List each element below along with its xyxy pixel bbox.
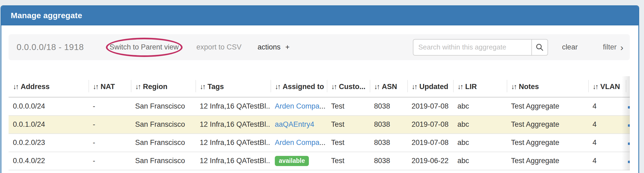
cell-notes: Test Aggregate (507, 134, 588, 152)
cell-customer: Test (327, 116, 370, 134)
column-header-assigned-to[interactable]: ↓↑Assigned to (271, 76, 327, 97)
clipped-link-fragment (628, 161, 630, 163)
cell-clipped (626, 152, 630, 170)
cell-notes: Test Aggregate (507, 152, 588, 170)
cell-nat: - (88, 152, 131, 170)
column-label: VLAN (600, 83, 620, 91)
cell-region: San Franscisco (131, 134, 195, 152)
column-label: ASN (382, 83, 397, 91)
cell-region: San Franscisco (131, 116, 195, 134)
assigned-to-link[interactable]: aaQAEntry4 (275, 120, 314, 128)
column-header-lir[interactable]: ↓↑LIR (453, 76, 507, 97)
search-input[interactable] (413, 39, 531, 56)
column-header-region[interactable]: ↓↑Region (131, 76, 195, 97)
clipped-link-fragment (628, 106, 630, 109)
cell-lir: abc (453, 116, 507, 134)
cell-notes: Test Aggregate (507, 116, 588, 134)
column-header-notes[interactable]: ↓↑Notes (507, 76, 588, 97)
table-row: 0.0.2.0/23-San Franscisco12 Infra,16 QAT… (9, 134, 630, 152)
column-header-address[interactable]: ↓↑Address (9, 76, 88, 97)
page-title: Manage aggregate (11, 11, 82, 20)
column-label: Assigned to (283, 83, 324, 91)
cell-vlan: 4 (588, 116, 626, 134)
switch-parent-view-wrap: Switch to Parent view (101, 43, 187, 51)
column-label: Updated (419, 83, 448, 91)
cell-vlan: 4 (588, 134, 626, 152)
search-icon (535, 43, 544, 52)
sort-icon: ↓↑ (93, 83, 98, 91)
column-header-asn[interactable]: ↓↑ASN (370, 76, 407, 97)
table-row: 0.0.4.0/22-San Franscisco12 Infra,16 QAT… (9, 152, 630, 170)
column-label: Custo... (339, 83, 365, 91)
aggregate-toolbar: 0.0.0.0/18 - 1918 Switch to Parent view … (9, 34, 630, 60)
clipped-link-fragment (628, 124, 630, 127)
aggregate-table: ↓↑Address↓↑NAT↓↑Region↓↑Tags↓↑Assigned t… (9, 76, 630, 170)
filter-button[interactable]: filter › (603, 43, 623, 52)
cell-updated: 2019-07-08 (407, 134, 453, 152)
export-to-csv-link[interactable]: export to CSV (197, 43, 242, 51)
actions-label: actions (258, 43, 281, 51)
cell-tags: 12 Infra,16 QATestBl... (195, 116, 271, 134)
cell-address: 0.0.1.0/24 (9, 116, 88, 134)
column-header-tags[interactable]: ↓↑Tags (195, 76, 271, 97)
cell-clipped (626, 97, 630, 116)
aggregate-range-label: 0.0.0.0/18 - 1918 (17, 42, 84, 52)
column-header-nat[interactable]: ↓↑NAT (88, 76, 131, 97)
cell-asn: 8038 (370, 116, 407, 134)
sort-icon: ↓↑ (412, 83, 417, 91)
assigned-to-link[interactable]: Arden Compa (275, 139, 320, 147)
cell-updated: 2019-07-08 (407, 97, 453, 116)
column-label: LIR (465, 83, 477, 91)
cell-address: 0.0.0.0/24 (9, 97, 88, 116)
column-header-updated[interactable]: ↓↑Updated (407, 76, 453, 97)
cell-address: 0.0.2.0/23 (9, 134, 88, 152)
sort-icon: ↓↑ (13, 83, 18, 91)
cell-lir: abc (453, 97, 507, 116)
cell-updated: 2019-07-08 (407, 116, 453, 134)
switch-to-parent-view-link[interactable]: Switch to Parent view (109, 43, 179, 51)
truncation-ellipsis: ... (320, 102, 326, 110)
manage-aggregate-panel: Manage aggregate 0.0.0.0/18 - 1918 Switc… (1, 5, 639, 173)
truncation-ellipsis: ... (320, 139, 326, 147)
table-row: 0.0.0.0/24-San Franscisco12 Infra,16 QAT… (9, 97, 630, 116)
panel-header: Manage aggregate (1, 6, 638, 25)
cell-lir: abc (453, 152, 507, 170)
cell-tags: 12 Infra,16 QATestBl... (195, 97, 271, 116)
sort-icon: ↓↑ (275, 83, 280, 91)
column-header-vlan[interactable]: ↓↑VLAN (588, 76, 626, 97)
cell-customer: Test (327, 97, 370, 116)
cell-assigned-to: Arden Compa... (271, 97, 327, 116)
cell-asn: 8038 (370, 134, 407, 152)
cell-clipped (626, 116, 630, 134)
cell-address: 0.0.4.0/22 (9, 152, 88, 170)
cell-nat: - (88, 97, 131, 116)
sort-icon: ↓↑ (135, 83, 140, 91)
actions-menu[interactable]: actions + (258, 43, 290, 51)
column-label: NAT (101, 83, 115, 91)
cell-assigned-to: aaQAEntry4 (271, 116, 327, 134)
filter-label: filter (603, 43, 617, 51)
column-header-clipped (626, 76, 630, 97)
cell-lir: abc (453, 134, 507, 152)
sort-icon: ↓↑ (200, 83, 205, 91)
column-label: Notes (519, 83, 539, 91)
sort-icon: ↓↑ (374, 83, 379, 91)
cell-assigned-to: available (271, 152, 327, 170)
sort-icon: ↓↑ (511, 83, 516, 91)
cell-customer: Test (327, 152, 370, 170)
cell-asn: 8038 (370, 152, 407, 170)
column-label: Address (21, 83, 50, 91)
search-button[interactable] (531, 39, 548, 56)
column-label: Tags (208, 83, 224, 91)
cell-region: San Franscisco (131, 152, 195, 170)
sort-icon: ↓↑ (593, 83, 598, 91)
assigned-to-link[interactable]: Arden Compa (275, 102, 320, 110)
aggregate-table-container: ↓↑Address↓↑NAT↓↑Region↓↑Tags↓↑Assigned t… (9, 76, 630, 170)
cell-tags: 12 Infra,16 QATestBl... (195, 134, 271, 152)
available-badge[interactable]: available (275, 156, 309, 166)
cell-region: San Franscisco (131, 97, 195, 116)
column-header-custo[interactable]: ↓↑Custo... (327, 76, 370, 97)
plus-icon: + (285, 43, 290, 51)
clear-button[interactable]: clear (562, 43, 578, 51)
table-row: 0.0.1.0/24-San Franscisco12 Infra,16 QAT… (9, 116, 630, 134)
